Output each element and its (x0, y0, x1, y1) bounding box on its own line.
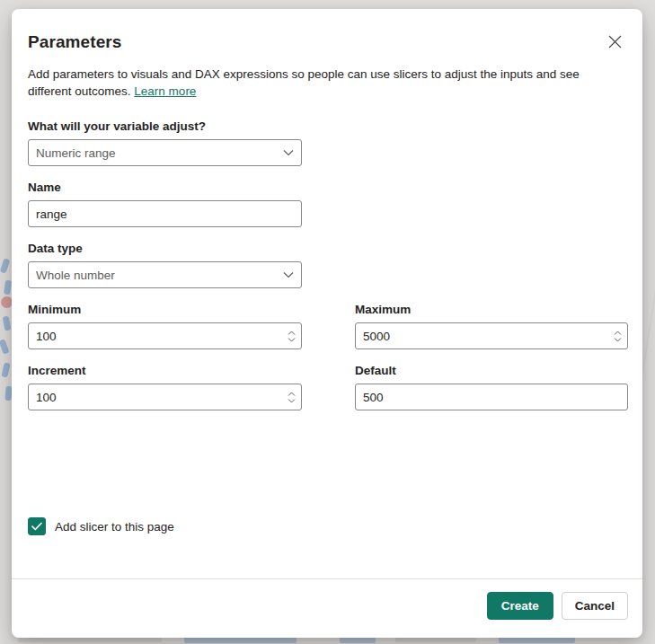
variable-adjust-label: What will your variable adjust? (28, 119, 626, 133)
data-type-dropdown[interactable]: Whole number (28, 261, 302, 288)
spinner-down-icon[interactable] (614, 337, 622, 342)
default-label: Default (355, 364, 628, 377)
parameters-dialog: Parameters Add parameters to visuals and… (12, 9, 642, 638)
default-input[interactable] (355, 384, 628, 410)
data-type-label: Data type (28, 242, 626, 255)
spinner-down-icon[interactable] (288, 398, 296, 403)
spinner-up-icon[interactable] (288, 331, 296, 336)
spinner-up-icon[interactable] (614, 331, 622, 336)
data-type-value: Whole number (36, 269, 115, 282)
chevron-down-icon (283, 271, 294, 278)
minimum-input[interactable] (28, 322, 302, 349)
variable-adjust-value: Numeric range (36, 146, 116, 160)
checkmark-icon (31, 522, 42, 531)
dialog-title: Parameters (28, 32, 626, 52)
add-slicer-checkbox[interactable] (28, 517, 46, 535)
learn-more-link[interactable]: Learn more (134, 84, 196, 98)
maximum-input[interactable] (355, 322, 628, 349)
name-label: Name (28, 181, 626, 194)
create-button[interactable]: Create (487, 592, 553, 620)
cancel-button[interactable]: Cancel (562, 592, 628, 620)
close-icon[interactable] (605, 31, 624, 51)
variable-adjust-dropdown[interactable]: Numeric range (28, 139, 302, 166)
spinner-up-icon[interactable] (288, 392, 296, 397)
increment-label: Increment (28, 364, 302, 377)
increment-input[interactable] (28, 384, 302, 410)
maximum-label: Maximum (355, 303, 628, 316)
spinner-down-icon[interactable] (288, 337, 296, 342)
description-text: Add parameters to visuals and DAX expres… (28, 67, 580, 98)
minimum-label: Minimum (28, 303, 302, 316)
dialog-description: Add parameters to visuals and DAX expres… (28, 66, 610, 100)
chevron-down-icon (283, 149, 294, 156)
add-slicer-label: Add slicer to this page (55, 520, 174, 534)
name-input[interactable] (28, 200, 302, 227)
